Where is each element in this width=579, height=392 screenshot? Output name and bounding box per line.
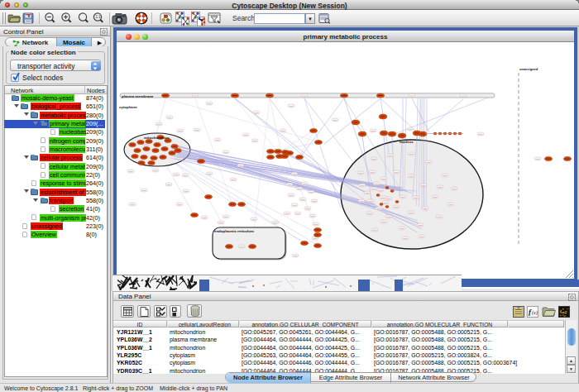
svg-text:unassigned: unassigned — [519, 67, 538, 71]
svg-text:endoplasmic reticulum: endoplasmic reticulum — [214, 229, 254, 233]
svg-text:nucleus: nucleus — [400, 140, 414, 144]
svg-text:(x): (x) — [532, 310, 538, 316]
svg-text:mitochondrion: mitochondrion — [144, 136, 170, 140]
svg-text:cytoplasm: cytoplasm — [119, 105, 137, 109]
svg-text:plasma membrane: plasma membrane — [122, 94, 154, 98]
